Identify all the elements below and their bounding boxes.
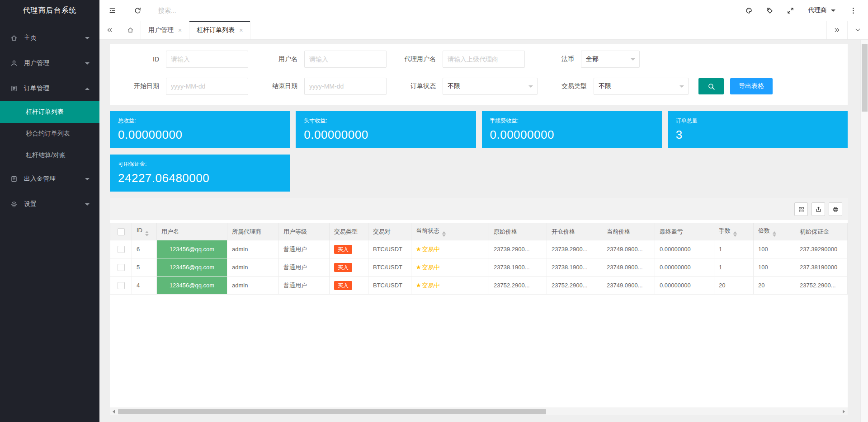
cell-trade-type: 买入 [330, 240, 368, 258]
buy-badge: 买入 [334, 263, 352, 272]
filter-select-trade-type[interactable]: 不限 [594, 78, 689, 95]
filter-field-username: 用户名 [248, 51, 387, 68]
sidebar-item-second-contract-order-list[interactable]: 秒合约订单列表 [0, 123, 99, 145]
close-icon[interactable]: × [178, 27, 182, 33]
column-label: 当前状态 [416, 227, 439, 234]
table-export-button[interactable] [811, 202, 825, 216]
column-header-lots[interactable]: 手数 [714, 223, 754, 240]
chevron-down-icon [831, 9, 835, 12]
column-header-id[interactable]: ID [132, 223, 157, 240]
refresh-icon[interactable] [125, 0, 150, 21]
search-input[interactable] [157, 6, 284, 14]
cell-id: 4 [132, 277, 157, 295]
sort-icon[interactable] [733, 231, 737, 237]
filter-input-id[interactable] [166, 51, 248, 68]
column-header-current_price: 当前价格 [602, 223, 655, 240]
sidebar-item-order-management[interactable]: 订单管理 [0, 76, 99, 101]
close-icon[interactable]: × [239, 27, 243, 33]
order-icon [10, 84, 18, 93]
cell-pnl: 0.00000000 [655, 277, 714, 295]
filter-panel: ID用户名代理用户名法币全部 开始日期结束日期订单状态不限交易类型不限导出表格 [110, 44, 848, 105]
sort-icon[interactable] [442, 231, 446, 237]
filter-field-order-status: 订单状态不限 [387, 78, 538, 95]
vertical-scrollbar-thumb[interactable] [862, 44, 868, 112]
sidebar-item-user-management[interactable]: 用户管理 [0, 51, 99, 76]
column-label: 所属代理商 [232, 228, 261, 235]
menu-toggle-icon[interactable] [99, 0, 125, 21]
cell-multiple: 100 [754, 258, 795, 277]
row-checkbox[interactable] [118, 264, 125, 271]
table-row: 4123456@qq.comadmin普通用户买入BTC/USDT★交易中237… [110, 277, 848, 295]
horizontal-scrollbar-thumb[interactable] [118, 409, 546, 414]
palette-icon[interactable] [738, 0, 759, 21]
double-chevron-left-icon[interactable] [99, 21, 120, 39]
stat-card-2: 手续费收益:0.00000000 [482, 111, 662, 148]
select-all-checkbox[interactable] [118, 228, 125, 235]
cell-username: 123456@qq.com [157, 240, 227, 258]
fullscreen-icon[interactable] [780, 0, 801, 21]
cell-status: ★交易中 [411, 240, 489, 258]
scroll-right-arrow[interactable] [840, 408, 848, 415]
filter-input-agent-username[interactable] [443, 51, 525, 68]
tab-label: 用户管理 [148, 26, 174, 34]
column-label: 初始保证金 [800, 228, 829, 235]
table-row: 5123456@qq.comadmin普通用户买入BTC/USDT★交易中237… [110, 258, 848, 277]
double-chevron-right-icon[interactable] [826, 21, 847, 39]
cell-current_price: 23749.0900... [602, 277, 655, 295]
chevron-down-icon[interactable] [847, 21, 868, 39]
sidebar-item-leverage-order-list[interactable]: 杠杆订单列表 [0, 101, 99, 123]
filter-label-trade-type: 交易类型 [538, 82, 594, 90]
cell-open_price: 23739.2900... [547, 240, 602, 258]
filter-input-start-date[interactable] [166, 78, 248, 95]
sort-icon[interactable] [145, 231, 149, 236]
cell-original_price: 23752.2900... [489, 277, 547, 295]
filter-field-fiat: 法币全部 [525, 51, 640, 68]
home-icon[interactable] [120, 21, 141, 39]
star-icon: ★ [416, 282, 421, 289]
horizontal-scrollbar[interactable] [110, 408, 848, 415]
sidebar-item-deposit-withdrawal[interactable]: 出入金管理 [0, 166, 99, 192]
filter-input-username[interactable] [304, 51, 387, 68]
filter-select-order-status[interactable]: 不限 [443, 78, 538, 95]
more-vertical-icon[interactable] [843, 0, 863, 21]
filter-input-end-date[interactable] [304, 78, 387, 95]
sidebar-item-settings[interactable]: 设置 [0, 192, 99, 217]
vertical-scrollbar[interactable] [860, 40, 868, 422]
status-text: 交易中 [422, 264, 440, 271]
column-header-status[interactable]: 当前状态 [411, 223, 489, 240]
stats-row-2: 可用保证金:24227.06480000 [110, 155, 848, 192]
search-button[interactable] [698, 78, 724, 94]
sort-icon[interactable] [773, 231, 776, 237]
stat-card-value: 0.00000000 [118, 128, 282, 142]
column-header-checkbox [110, 223, 132, 240]
user-dropdown[interactable]: 代理商 [801, 0, 843, 21]
scroll-left-arrow[interactable] [110, 408, 118, 415]
cell-init_margin: 237.38190000 [795, 258, 848, 277]
column-header-multiple[interactable]: 倍数 [754, 223, 795, 240]
tab-leverage-order-list[interactable]: 杠杆订单列表× [189, 21, 250, 39]
stat-card-3: 订单总量3 [668, 111, 848, 148]
chevron-down-icon [85, 178, 90, 180]
export-table-button[interactable]: 导出表格 [730, 78, 773, 94]
row-checkbox[interactable] [118, 246, 125, 253]
cell-status: ★交易中 [411, 277, 489, 295]
cell-original_price: 23739.2900... [489, 240, 547, 258]
tab-user-management[interactable]: 用户管理× [141, 21, 189, 39]
money-icon [10, 175, 18, 183]
cell-id: 6 [132, 240, 157, 258]
row-checkbox[interactable] [118, 282, 125, 289]
table-print-button[interactable] [829, 202, 842, 216]
cell-open_price: 23738.1900... [547, 258, 602, 277]
stats-row-1: 总收益:0.00000000头寸收益:0.00000000手续费收益:0.000… [110, 111, 848, 148]
tag-icon[interactable] [759, 0, 780, 21]
column-header-original_price: 原始价格 [489, 223, 547, 240]
sidebar-item-leverage-settlement[interactable]: 杠杆结算/对账 [0, 145, 99, 166]
tabbar-right-controls [826, 21, 868, 39]
tab-label: 杠杆订单列表 [197, 26, 235, 34]
filter-select-fiat[interactable]: 全部 [581, 51, 640, 68]
table-columns-button[interactable] [794, 202, 808, 216]
sidebar-item-home[interactable]: 主页 [0, 25, 99, 51]
star-icon: ★ [416, 246, 421, 253]
user-icon [10, 59, 18, 67]
tabbar-tabs: 用户管理×杠杆订单列表× [141, 21, 250, 39]
